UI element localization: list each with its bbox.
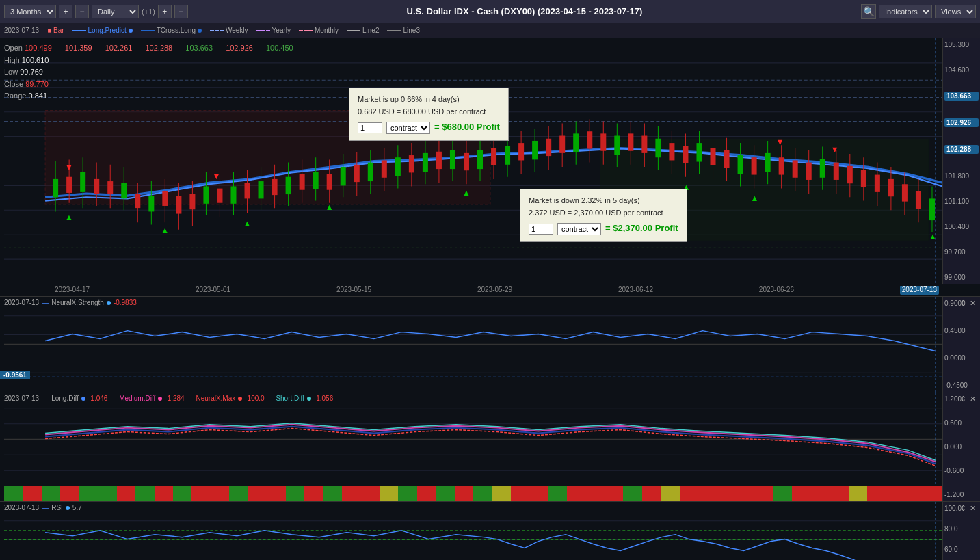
open-val-5: 103.663 (185, 44, 213, 52)
x-date-5: 2023-06-12 (618, 286, 653, 295)
x-date-current: 2023-07-13 (900, 286, 939, 295)
panel-neuralmax-label: — NeuralX.Max (187, 395, 236, 402)
svg-text:▲: ▲ (161, 226, 169, 235)
svg-rect-49 (272, 179, 278, 195)
svg-rect-59 (341, 167, 346, 185)
color-bar (4, 486, 942, 501)
svg-text:▼: ▼ (65, 163, 73, 172)
panel-mediumdiff-val: -1.284 (165, 395, 184, 402)
svg-rect-91 (559, 136, 565, 153)
svg-rect-135 (861, 170, 866, 187)
legend-weekly: Weekly (210, 27, 248, 34)
svg-rect-45 (245, 183, 250, 198)
ohlc-low: 99.769 (20, 68, 43, 76)
svg-rect-139 (888, 179, 894, 196)
price-labels: 105.300 104.600 103.663 102.926 102.288 … (942, 38, 980, 284)
x-date-2: 2023-05-01 (196, 286, 230, 295)
legend-yearly: Yearly (256, 27, 291, 34)
svg-rect-19 (80, 172, 85, 192)
period-select[interactable]: 3 Months 1 Month 6 Months (4, 5, 56, 18)
step-sub-btn[interactable]: − (174, 5, 188, 18)
legend-row: 2023-07-13 ■ Bar Long.Predict TCross.Lon… (0, 23, 980, 38)
svg-rect-65 (382, 160, 387, 177)
main-chart[interactable]: Open 100.499 101.359 102.261 102.288 103… (0, 38, 980, 284)
svg-rect-141 (902, 184, 908, 201)
svg-rect-111 (696, 143, 702, 161)
svg-rect-113 (711, 148, 716, 165)
search-btn[interactable]: 🔍 (861, 4, 876, 19)
svg-rect-17 (53, 179, 58, 197)
svg-rect-57 (327, 174, 332, 190)
step-add-btn[interactable]: + (158, 5, 172, 18)
tooltip-down-contracts[interactable] (529, 224, 553, 235)
svg-rect-61 (354, 165, 360, 182)
tooltip-down-text2: 2.372 USD = 2,370.00 USD per contract (529, 207, 678, 219)
tooltip-down-contract-select[interactable]: contract (557, 223, 601, 235)
svg-rect-41 (217, 189, 222, 203)
neural-strength-svg (4, 297, 942, 392)
price-102288-highlighted: 102.288 (944, 145, 979, 154)
x-date-4: 2023-05-29 (477, 286, 512, 295)
tooltip-up-contract-select[interactable]: contract (386, 122, 430, 134)
legend-bar: ■ Bar (47, 27, 64, 34)
panel-rsi-scroll[interactable]: ⇕ (960, 504, 966, 513)
panel-rsi-date: 2023-07-13 (4, 504, 39, 511)
svg-rect-85 (518, 143, 524, 160)
svg-rect-55 (313, 172, 319, 189)
panel-diffs[interactable]: 2023-07-13 — Long.Diff -1.046 — Medium.D… (0, 392, 980, 502)
panel-longdiff-label: Long.Diff (51, 395, 79, 402)
panel-diffs-date: 2023-07-13 (4, 395, 39, 402)
price-102926-highlighted: 102.926 (944, 118, 979, 127)
y-neg04500: -0.4500 (944, 382, 979, 389)
svg-rect-67 (395, 157, 401, 176)
svg-rect-63 (368, 163, 373, 181)
indicators-select[interactable]: Indicators (879, 5, 932, 18)
svg-text:▼: ▼ (776, 137, 784, 147)
svg-rect-121 (765, 153, 771, 172)
svg-rect-123 (779, 157, 784, 174)
ohlc-info: Open 100.499 101.359 102.261 102.288 103… (4, 42, 293, 103)
panel-neural-scroll[interactable]: ⇕ (960, 299, 966, 308)
svg-rect-75 (450, 150, 455, 169)
y-neg0600: -0.600 (944, 467, 979, 475)
svg-rect-137 (875, 175, 880, 192)
panel-diffs-close[interactable]: ✕ (970, 395, 976, 403)
panel-neural-date: 2023-07-13 (4, 299, 39, 306)
views-select[interactable]: Views (935, 5, 976, 18)
panel-rsi-header: 2023-07-13 — RSI 5.7 (4, 504, 82, 511)
svg-rect-21 (66, 177, 72, 193)
panel-neural-highlighted: -0.9561 (0, 371, 30, 379)
panel-neuralmax-val: -100.0 (245, 395, 264, 402)
open-val-7: 100.450 (266, 44, 293, 52)
panel-neural-strength[interactable]: 2023-07-13 — NeuralX.Strength -0.9833 ⇕ … (0, 297, 980, 392)
svg-rect-27 (121, 183, 127, 198)
legend-line2: Line2 (347, 27, 379, 34)
panel-rsi-close[interactable]: ✕ (970, 504, 976, 513)
panel-rsi[interactable]: 2023-07-13 — RSI 5.7 ⇕ ✕ 100.0 80.0 60.0… (0, 502, 980, 560)
svg-text:▲: ▲ (751, 193, 759, 202)
svg-rect-103 (641, 136, 647, 153)
price-103663-highlighted: 103.663 (944, 92, 979, 101)
chart-title: U.S. Dollar IDX - Cash (DXY00) (2023-04-… (191, 6, 858, 16)
svg-text:▲: ▲ (929, 231, 937, 241)
svg-text:▼: ▼ (212, 172, 220, 181)
svg-rect-101 (628, 133, 633, 150)
tooltip-down-text1: Market is down 2.32% in 5 day(s) (529, 195, 678, 207)
svg-rect-81 (491, 148, 496, 165)
svg-rect-175 (4, 502, 942, 560)
ohlc-range: 0.841 (28, 92, 47, 100)
add-period-btn[interactable]: + (59, 5, 72, 18)
svg-rect-23 (94, 179, 99, 194)
panel-rsi-value: 5.7 (72, 504, 82, 511)
tooltip-up-contracts[interactable] (358, 122, 382, 133)
sub-period-btn[interactable]: − (75, 5, 89, 18)
open-val-2: 101.359 (65, 44, 92, 52)
ohlc-open: 100.499 (25, 44, 52, 52)
svg-rect-51 (286, 177, 291, 194)
svg-rect-95 (587, 131, 592, 148)
panel-neural-close[interactable]: ✕ (970, 299, 976, 308)
svg-rect-107 (669, 143, 674, 160)
panel-diffs-scroll[interactable]: ⇕ (960, 395, 966, 403)
svg-rect-43 (230, 186, 236, 203)
interval-select[interactable]: Daily Weekly Monthly (92, 5, 139, 18)
